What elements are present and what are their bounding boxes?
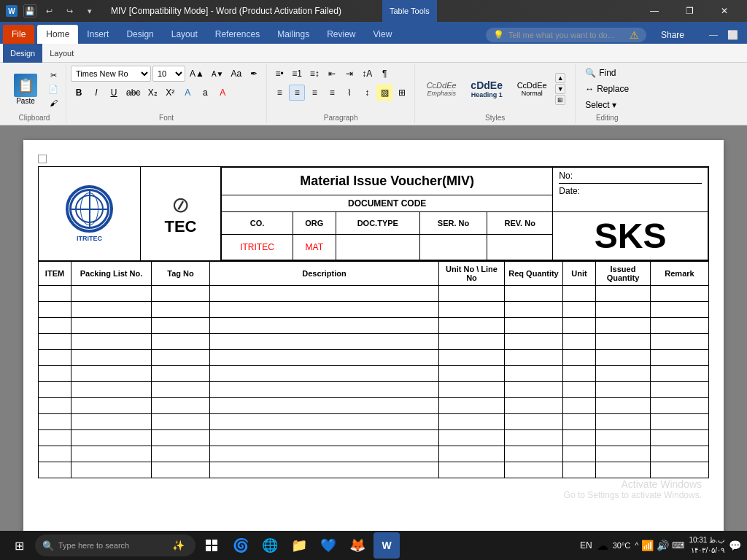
table-cell[interactable] bbox=[152, 430, 210, 446]
table-cell[interactable] bbox=[505, 430, 563, 446]
table-tools-tab-layout[interactable]: Layout bbox=[42, 44, 81, 63]
table-cell[interactable] bbox=[71, 286, 152, 302]
table-cell[interactable] bbox=[152, 350, 210, 366]
ribbon-expand-btn[interactable]: ⬜ bbox=[724, 26, 741, 44]
table-cell[interactable] bbox=[596, 430, 651, 446]
table-cell[interactable] bbox=[596, 350, 651, 366]
table-cell[interactable] bbox=[563, 446, 596, 462]
table-cell[interactable] bbox=[505, 350, 563, 366]
select-button[interactable]: Select ▾ bbox=[580, 98, 622, 112]
bullets-button[interactable]: ≡• bbox=[271, 66, 287, 82]
find-button[interactable]: 🔍 Find bbox=[580, 66, 621, 80]
table-cell[interactable] bbox=[152, 318, 210, 334]
styles-scroll-up[interactable]: ▲ bbox=[555, 73, 565, 83]
sort-button[interactable]: ↕A bbox=[359, 66, 375, 82]
table-cell[interactable] bbox=[596, 462, 651, 478]
table-cell[interactable] bbox=[152, 334, 210, 350]
tab-design[interactable]: Design bbox=[117, 25, 162, 44]
table-cell[interactable] bbox=[210, 462, 439, 478]
table-cell[interactable] bbox=[651, 462, 709, 478]
clear-formatting-button[interactable]: ✒ bbox=[246, 66, 262, 82]
table-cell[interactable] bbox=[210, 382, 439, 398]
text-effects-button[interactable]: A bbox=[179, 85, 196, 101]
table-cell[interactable] bbox=[152, 398, 210, 414]
language-badge[interactable]: EN bbox=[580, 540, 592, 551]
table-cell[interactable] bbox=[563, 462, 596, 478]
start-button[interactable]: ⊞ bbox=[6, 532, 32, 559]
explorer-icon[interactable]: 📁 bbox=[286, 532, 312, 559]
table-cell[interactable] bbox=[505, 462, 563, 478]
table-cell[interactable] bbox=[563, 334, 596, 350]
style-emphasis[interactable]: CcDdEe Emphasis bbox=[419, 79, 463, 99]
table-cell[interactable] bbox=[71, 430, 152, 446]
table-cell[interactable] bbox=[596, 398, 651, 414]
document-area[interactable]: ITRITEC ⊘ TEC Material Issue Voucher(MIV… bbox=[0, 125, 747, 560]
show-hide-button[interactable]: ¶ bbox=[376, 66, 392, 82]
table-cell[interactable] bbox=[71, 318, 152, 334]
cut-button[interactable]: ✂ bbox=[45, 69, 61, 82]
table-cell[interactable] bbox=[439, 366, 505, 382]
table-cell[interactable] bbox=[439, 286, 505, 302]
table-cell[interactable] bbox=[39, 350, 71, 366]
doc-checkbox[interactable] bbox=[38, 155, 47, 163]
table-cell[interactable] bbox=[651, 414, 709, 430]
table-cell[interactable] bbox=[563, 366, 596, 382]
table-cell[interactable] bbox=[71, 382, 152, 398]
table-cell[interactable] bbox=[152, 462, 210, 478]
vscode-icon[interactable]: 💙 bbox=[315, 532, 341, 559]
table-cell[interactable] bbox=[39, 366, 71, 382]
table-cell[interactable] bbox=[152, 366, 210, 382]
table-cell[interactable] bbox=[505, 366, 563, 382]
table-cell[interactable] bbox=[39, 446, 71, 462]
table-cell[interactable] bbox=[596, 318, 651, 334]
table-cell[interactable] bbox=[210, 286, 439, 302]
change-case-button[interactable]: Aa bbox=[228, 66, 244, 82]
table-cell[interactable] bbox=[651, 430, 709, 446]
chevron-icon[interactable]: ^ bbox=[635, 541, 638, 550]
table-cell[interactable] bbox=[596, 446, 651, 462]
style-heading1[interactable]: cDdEe Heading 1 bbox=[465, 77, 508, 101]
table-cell[interactable] bbox=[563, 430, 596, 446]
text-highlight-button[interactable]: a bbox=[197, 85, 213, 101]
table-cell[interactable] bbox=[439, 414, 505, 430]
table-cell[interactable] bbox=[439, 398, 505, 414]
minimize-btn[interactable]: — bbox=[638, 0, 671, 22]
table-cell[interactable] bbox=[39, 382, 71, 398]
table-cell[interactable] bbox=[39, 334, 71, 350]
table-cell[interactable] bbox=[505, 382, 563, 398]
font-name-select[interactable]: Times New Ro bbox=[71, 66, 151, 82]
multilevel-button[interactable]: ≡↕ bbox=[306, 66, 322, 82]
table-cell[interactable] bbox=[210, 414, 439, 430]
table-tools-tab-design[interactable]: Design bbox=[3, 44, 42, 63]
tab-view[interactable]: View bbox=[365, 25, 401, 44]
increase-indent-button[interactable]: ⇥ bbox=[341, 66, 357, 82]
table-cell[interactable] bbox=[596, 414, 651, 430]
table-cell[interactable] bbox=[152, 302, 210, 318]
table-cell[interactable] bbox=[71, 302, 152, 318]
table-cell[interactable] bbox=[39, 414, 71, 430]
ribbon-minimize-btn[interactable]: — bbox=[705, 26, 722, 44]
align-right-button[interactable]: ≡ bbox=[306, 85, 322, 101]
share-button[interactable]: Share bbox=[652, 27, 693, 43]
table-cell[interactable] bbox=[651, 446, 709, 462]
wifi-icon[interactable]: 📶 bbox=[641, 540, 654, 551]
table-cell[interactable] bbox=[152, 446, 210, 462]
copy-button[interactable]: 📄 bbox=[45, 82, 61, 96]
table-cell[interactable] bbox=[39, 286, 71, 302]
table-cell[interactable] bbox=[439, 430, 505, 446]
close-btn[interactable]: ✕ bbox=[708, 0, 741, 22]
chrome-icon[interactable]: 🌐 bbox=[257, 532, 283, 559]
redo-btn[interactable]: ↪ bbox=[61, 4, 77, 18]
styles-scroll-down[interactable]: ▼ bbox=[555, 84, 565, 94]
font-shrink-button[interactable]: A▼ bbox=[209, 66, 227, 82]
table-cell[interactable] bbox=[651, 302, 709, 318]
justify-button[interactable]: ≡ bbox=[324, 85, 340, 101]
table-cell[interactable] bbox=[210, 302, 439, 318]
align-left-button[interactable]: ≡ bbox=[271, 85, 287, 101]
subscript-button[interactable]: X₂ bbox=[144, 85, 160, 101]
table-cell[interactable] bbox=[596, 302, 651, 318]
restore-btn[interactable]: ❐ bbox=[673, 0, 706, 22]
notification-icon[interactable]: 💬 bbox=[729, 540, 741, 551]
tab-layout[interactable]: Layout bbox=[163, 25, 206, 44]
firefox-icon[interactable]: 🦊 bbox=[344, 532, 371, 559]
